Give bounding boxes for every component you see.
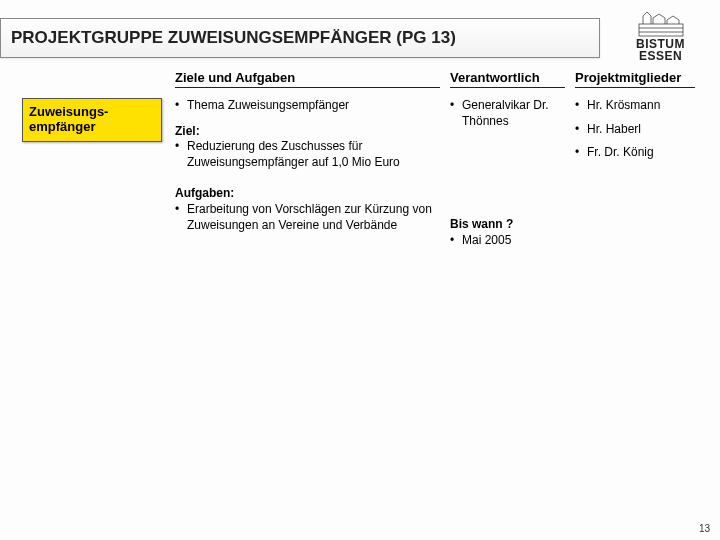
bullet-icon: • [450, 233, 462, 249]
biswann-text: Mai 2005 [462, 233, 565, 249]
responsible-item: • Generalvikar Dr. Thönnes [450, 98, 565, 129]
bullet-icon: • [575, 145, 587, 161]
theme-item: • Thema Zuweisungsempfänger [175, 98, 440, 114]
bullet-icon: • [575, 98, 587, 114]
bullet-icon: • [575, 122, 587, 138]
logo-line2: ESSEN [613, 50, 708, 62]
content-row: Zuweisungs-empfänger • Thema Zuweisungse… [0, 98, 720, 248]
svg-rect-0 [639, 24, 683, 36]
aufgaben-label: Aufgaben: [175, 186, 440, 202]
member-text: Hr. Krösmann [587, 98, 695, 114]
header-projektmitglieder: Projektmitglieder [575, 70, 695, 88]
header-ziele: Ziele und Aufgaben [175, 70, 440, 88]
aufgaben-text: Erarbeitung von Vorschlägen zur Kürzung … [187, 202, 440, 233]
member-text: Hr. Haberl [587, 122, 695, 138]
page-number: 13 [699, 523, 710, 534]
member-item: • Hr. Haberl [575, 122, 695, 138]
member-item: • Hr. Krösmann [575, 98, 695, 114]
member-item: • Fr. Dr. König [575, 145, 695, 161]
column-verantwortlich: • Generalvikar Dr. Thönnes Bis wann ? • … [450, 98, 565, 248]
content-area: Ziele und Aufgaben Verantwortlich Projek… [0, 70, 720, 248]
column-ziele: • Thema Zuweisungsempfänger Ziel: • Redu… [175, 98, 440, 233]
theme-text: Thema Zuweisungsempfänger [187, 98, 440, 114]
aufgaben-item: • Erarbeitung von Vorschlägen zur Kürzun… [175, 202, 440, 233]
brand-logo: BISTUM ESSEN [613, 10, 708, 62]
bullet-icon: • [450, 98, 462, 129]
title-bar: PROJEKTGRUPPE ZUWEISUNGSEMPFÄNGER (PG 13… [0, 18, 600, 58]
bullet-icon: • [175, 98, 187, 114]
bullet-icon: • [175, 139, 187, 170]
column-mitglieder: • Hr. Krösmann • Hr. Haberl • Fr. Dr. Kö… [575, 98, 695, 161]
church-icon [637, 10, 685, 38]
biswann-label: Bis wann ? [450, 217, 565, 233]
ziel-label: Ziel: [175, 124, 440, 140]
biswann-item: • Mai 2005 [450, 233, 565, 249]
header-verantwortlich: Verantwortlich [450, 70, 565, 88]
side-label-zuweisungsempfaenger: Zuweisungs-empfänger [22, 98, 162, 142]
ziel-item: • Reduzierung des Zuschusses für Zuweisu… [175, 139, 440, 170]
responsible-text: Generalvikar Dr. Thönnes [462, 98, 565, 129]
column-headers: Ziele und Aufgaben Verantwortlich Projek… [175, 70, 720, 88]
page-title: PROJEKTGRUPPE ZUWEISUNGSEMPFÄNGER (PG 13… [11, 28, 456, 48]
member-text: Fr. Dr. König [587, 145, 695, 161]
bullet-icon: • [175, 202, 187, 233]
ziel-text: Reduzierung des Zuschusses für Zuweisung… [187, 139, 440, 170]
